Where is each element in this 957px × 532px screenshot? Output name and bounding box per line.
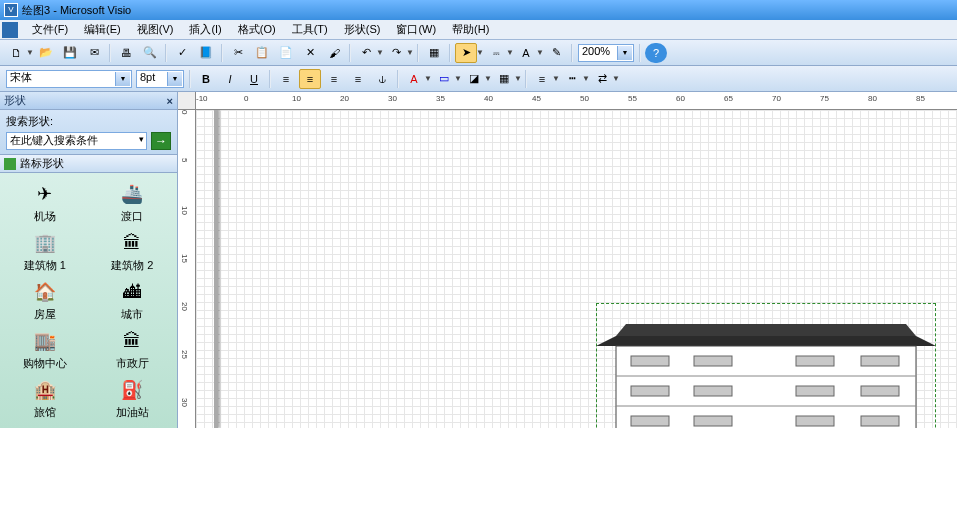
shape-stencil-5[interactable]: 🏙城市 — [90, 277, 176, 324]
ruler-h-tick: 60 — [676, 94, 685, 103]
font-input[interactable] — [10, 71, 115, 83]
shape-stencil-4[interactable]: 🏠房屋 — [2, 277, 88, 324]
line-pattern-dropdown[interactable]: ▼ — [582, 74, 590, 83]
shape-stencil-8[interactable]: 🏨旅馆 — [2, 375, 88, 422]
undo-dropdown[interactable]: ▼ — [376, 48, 384, 57]
menu-shape[interactable]: 形状(S) — [336, 20, 389, 39]
align-right-button[interactable] — [323, 69, 345, 89]
menu-tools[interactable]: 工具(T) — [284, 20, 336, 39]
new-button[interactable] — [5, 43, 27, 63]
line-weight-button[interactable]: ≡ — [531, 69, 553, 89]
font-color-button[interactable] — [403, 69, 425, 89]
menu-help[interactable]: 帮助(H) — [444, 20, 497, 39]
paste-button[interactable] — [275, 43, 297, 63]
shape-stencil-0[interactable]: ✈机场 — [2, 179, 88, 226]
shape-stencil-label: 市政厅 — [116, 356, 149, 371]
shape-stencil-1[interactable]: 🚢渡口 — [90, 179, 176, 226]
formatting-toolbar: ⫝ ▼ ▼ ▼ ▼ ≡▼ ┅▼ ⇄▼ — [0, 66, 957, 92]
print-button[interactable] — [115, 43, 137, 63]
menu-insert[interactable]: 插入(I) — [181, 20, 229, 39]
shadow-button[interactable] — [493, 69, 515, 89]
ruler-h-tick: 30 — [388, 94, 397, 103]
svg-marker-2 — [616, 324, 916, 336]
shape-stencil-7[interactable]: 🏛市政厅 — [90, 326, 176, 373]
shape-stencil-icon: 🚢 — [115, 181, 149, 207]
research-button[interactable] — [195, 43, 217, 63]
redo-dropdown[interactable]: ▼ — [406, 48, 414, 57]
shapes-window-button[interactable]: ▦ — [423, 43, 445, 63]
title-bar: V 绘图3 - Microsoft Visio — [0, 0, 957, 20]
zoom-input[interactable] — [582, 45, 617, 57]
save-button[interactable] — [59, 43, 81, 63]
print-preview-button[interactable] — [139, 43, 161, 63]
zoom-combo[interactable] — [578, 44, 634, 62]
cut-button[interactable] — [227, 43, 249, 63]
email-button[interactable]: ✉ — [83, 43, 105, 63]
font-combo[interactable] — [6, 70, 132, 88]
shapes-search-go-button[interactable]: → — [151, 132, 171, 150]
underline-button[interactable] — [243, 69, 265, 89]
shapes-category-header[interactable]: 路标形状 — [0, 155, 177, 173]
svg-rect-15 — [631, 416, 669, 426]
help-button[interactable]: ? — [645, 43, 667, 63]
text-dropdown[interactable]: ▼ — [536, 48, 544, 57]
italic-button[interactable] — [219, 69, 241, 89]
new-dropdown[interactable]: ▼ — [26, 48, 34, 57]
menu-edit[interactable]: 编辑(E) — [76, 20, 129, 39]
align-justify-button[interactable] — [347, 69, 369, 89]
font-size-combo[interactable] — [136, 70, 184, 88]
line-weight-dropdown[interactable]: ▼ — [552, 74, 560, 83]
shape-stencil-2[interactable]: 🏢建筑物 1 — [2, 228, 88, 275]
line-color-button[interactable] — [433, 69, 455, 89]
font-size-input[interactable] — [140, 71, 167, 83]
shape-stencil-3[interactable]: 🏛建筑物 2 — [90, 228, 176, 275]
shadow-dropdown[interactable]: ▼ — [514, 74, 522, 83]
redo-button[interactable] — [385, 43, 407, 63]
line-ends-dropdown[interactable]: ▼ — [612, 74, 620, 83]
connector-tool-button[interactable] — [485, 43, 507, 63]
line-pattern-button[interactable]: ┅ — [561, 69, 583, 89]
text-tool-button[interactable] — [515, 43, 537, 63]
category-icon — [4, 158, 16, 170]
bold-button[interactable] — [195, 69, 217, 89]
shapes-search-combo[interactable]: 在此键入搜索条件 — [6, 132, 147, 150]
delete-button[interactable]: ✕ — [299, 43, 321, 63]
building-shape[interactable] — [596, 306, 936, 428]
svg-rect-16 — [694, 416, 732, 426]
shape-stencil-9[interactable]: ⛽加油站 — [90, 375, 176, 422]
shape-stencil-label: 机场 — [34, 209, 56, 224]
align-center-button[interactable] — [299, 69, 321, 89]
ruler-h-tick: 20 — [340, 94, 349, 103]
open-button[interactable] — [35, 43, 57, 63]
menu-file[interactable]: 文件(F) — [24, 20, 76, 39]
shape-stencil-icon: ✈ — [28, 181, 62, 207]
ruler-h-tick: 50 — [580, 94, 589, 103]
connector-dropdown[interactable]: ▼ — [506, 48, 514, 57]
distribute-button[interactable]: ⫝ — [371, 69, 393, 89]
fill-color-dropdown[interactable]: ▼ — [484, 74, 492, 83]
menu-view[interactable]: 视图(V) — [129, 20, 182, 39]
copy-button[interactable] — [251, 43, 273, 63]
shape-stencil-label: 城市 — [121, 307, 143, 322]
shapes-panel-close-button[interactable]: × — [167, 95, 173, 107]
spell-button[interactable] — [171, 43, 193, 63]
align-left-button[interactable] — [275, 69, 297, 89]
shapes-category-label: 路标形状 — [20, 156, 64, 171]
drawing-canvas[interactable]: 根据我的操作输入文字即可 — [196, 110, 957, 428]
undo-button[interactable] — [355, 43, 377, 63]
menu-window[interactable]: 窗口(W) — [388, 20, 444, 39]
font-color-dropdown[interactable]: ▼ — [424, 74, 432, 83]
pointer-tool-button[interactable] — [455, 43, 477, 63]
shapes-grid: ✈机场🚢渡口🏢建筑物 1🏛建筑物 2🏠房屋🏙城市🏬购物中心🏛市政厅🏨旅馆⛽加油站 — [0, 173, 177, 428]
line-ends-button[interactable]: ⇄ — [591, 69, 613, 89]
shape-stencil-6[interactable]: 🏬购物中心 — [2, 326, 88, 373]
fill-color-button[interactable] — [463, 69, 485, 89]
shapes-search-label: 搜索形状: — [6, 114, 171, 129]
window-title: 绘图3 - Microsoft Visio — [22, 3, 131, 18]
ink-tool-button[interactable] — [545, 43, 567, 63]
format-painter-button[interactable] — [323, 43, 345, 63]
line-color-dropdown[interactable]: ▼ — [454, 74, 462, 83]
pointer-dropdown[interactable]: ▼ — [476, 48, 484, 57]
svg-rect-9 — [796, 356, 834, 366]
menu-format[interactable]: 格式(O) — [230, 20, 284, 39]
